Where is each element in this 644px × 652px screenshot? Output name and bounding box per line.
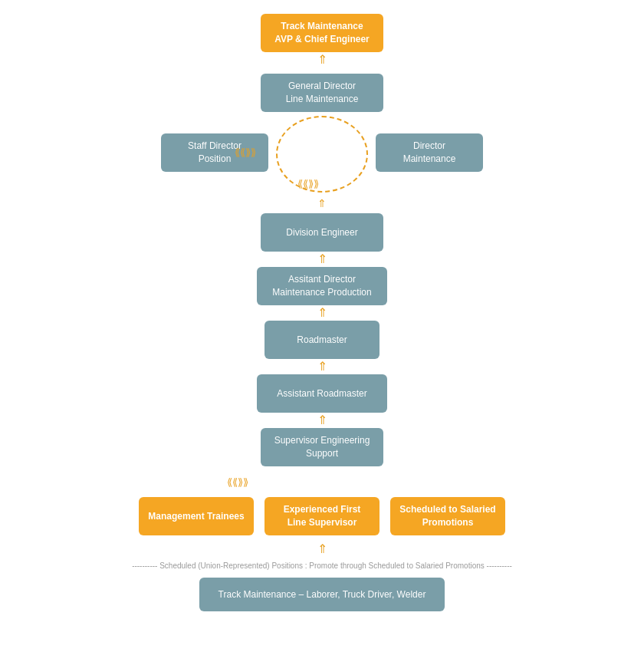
node-supervisor-engineering: Supervisor Engineering Support bbox=[261, 428, 383, 466]
dashed-oval bbox=[276, 116, 368, 193]
branch-section-1: Staff Director Position ⟫⟫ ⟪⟪ ⟫⟫ ⟪⟪ Dire… bbox=[0, 112, 644, 196]
bottom-three-boxes: Management Trainees Experienced First Li… bbox=[0, 497, 644, 535]
bottom-left-circle-arrow: ⟫⟫ bbox=[308, 178, 319, 189]
node-assistant-director: Assitant Director Maintenance Production bbox=[257, 267, 387, 305]
bottom-left-chevron: ⟫⟫ bbox=[238, 476, 248, 488]
node-roadmaster: Roadmaster bbox=[264, 321, 380, 359]
bottom-right-chevron: ⟪⟪ bbox=[227, 476, 238, 488]
arrow-6: ⇑ bbox=[317, 414, 327, 426]
bottom-branch-arrows: ⟫⟫ ⟪⟪ bbox=[0, 466, 644, 497]
management-trainees-box: Management Trainees bbox=[139, 497, 254, 535]
org-chart: Track Maintenance AVP & Chief Engineer ⇑… bbox=[0, 8, 644, 627]
left-arrow-icon: ⟫⟫ bbox=[245, 147, 256, 158]
director-maintenance-box: Director Maintenance bbox=[376, 133, 483, 172]
arrow-3: ⇑ bbox=[317, 253, 327, 265]
node-general-director: General Director Line Maintenance bbox=[261, 74, 383, 112]
bottom-right-circle-arrow: ⟪⟪ bbox=[297, 178, 308, 189]
arrow-7: ⇑ bbox=[317, 543, 327, 555]
node-assistant-roadmaster: Assistant Roadmaster bbox=[257, 374, 387, 413]
bottom-node: Track Maintenance – Laborer, Truck Drive… bbox=[199, 578, 445, 611]
scheduled-text: ---------- Scheduled (Union-Represented)… bbox=[32, 561, 612, 570]
node-division-engineer: Division Engineer bbox=[261, 213, 383, 252]
top-box: Track Maintenance AVP & Chief Engineer bbox=[261, 14, 383, 52]
arrow-4: ⇑ bbox=[317, 307, 327, 319]
experienced-supervisor-box: Experienced First Line Supervisor bbox=[264, 497, 380, 535]
scheduled-salaried-box: Scheduled to Salaried Promotions bbox=[390, 497, 505, 535]
arrow-1: ⇑ bbox=[317, 54, 327, 66]
right-arrow-icon: ⟪⟪ bbox=[235, 147, 245, 158]
arrow-2: ⇑ bbox=[317, 198, 327, 209]
arrow-5: ⇑ bbox=[317, 361, 327, 373]
